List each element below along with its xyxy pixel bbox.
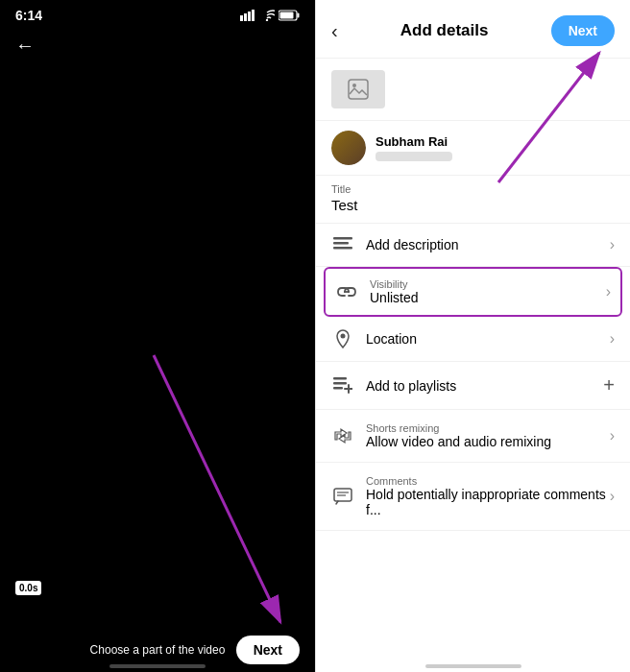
visibility-icon [335,285,358,299]
remixing-content: Shorts remixing Allow video and audio re… [366,422,610,449]
back-button-right[interactable]: ‹ [331,20,338,42]
location-label: Location [366,331,417,347]
remixing-chevron: › [610,427,615,444]
timeline-thumb: 0.0s [15,581,41,595]
time-display: 6:14 [15,8,42,23]
visibility-content: Visibility Unlisted [370,278,606,305]
visibility-sub-label: Visibility [370,278,606,290]
comment-icon [333,488,352,505]
svg-rect-12 [349,80,368,99]
title-section: Title Test [316,176,630,224]
status-icons [240,10,300,21]
svg-rect-20 [333,382,347,385]
svg-rect-1 [244,13,247,21]
svg-rect-0 [240,15,243,21]
next-button-right[interactable]: Next [551,15,615,46]
back-button-left[interactable]: ← [15,35,35,57]
menu-item-visibility[interactable]: Visibility Unlisted › [324,267,622,317]
location-content: Location [366,330,610,348]
svg-rect-2 [248,12,251,21]
menu-item-playlists[interactable]: Add to playlists + [316,362,630,410]
svg-rect-3 [252,10,254,21]
svg-rect-6 [298,13,300,18]
remixing-sub-label: Shorts remixing [366,422,610,434]
video-area [0,31,315,672]
remixing-icon [331,426,354,445]
pin-icon [335,329,351,348]
location-icon [331,329,354,348]
svg-point-18 [341,334,346,339]
comments-content: Comments Hold potentially inappropriate … [366,475,610,517]
svg-rect-15 [333,242,349,245]
playlists-plus-icon: + [603,374,615,396]
description-content: Add description [366,236,610,253]
svg-point-4 [266,19,268,21]
battery-icon [279,10,300,21]
visibility-value: Unlisted [370,290,606,305]
playlist-add-icon [333,377,352,395]
title-label: Title [331,183,615,195]
thumbnail-icon [331,70,385,108]
title-value: Test [331,197,615,213]
home-indicator-right [425,664,521,668]
playlists-label: Add to playlists [366,378,456,394]
image-icon [347,78,370,101]
comments-sub-label: Comments [366,475,610,487]
wifi-icon [259,10,275,21]
svg-rect-14 [333,237,352,240]
visibility-chevron: › [606,283,611,300]
status-bar: 6:14 [0,0,315,31]
page-title: Add details [400,21,489,40]
link-icon [337,285,356,299]
comments-chevron: › [610,488,615,505]
description-icon [331,237,354,252]
svg-rect-7 [280,12,294,19]
comments-icon [331,488,354,505]
description-chevron: › [610,236,615,253]
header: ‹ Add details Next [316,0,630,59]
user-handle-blur [376,152,452,161]
username: Subham Rai [376,134,615,149]
avatar [331,131,366,165]
remixing-value: Allow video and audio remixing [366,434,610,449]
avatar-image [331,131,366,165]
list-icon [333,237,352,252]
svg-point-13 [352,84,356,87]
description-label: Add description [366,237,459,252]
remix-icon [333,426,352,445]
playlists-icon [331,377,354,395]
thumbnail-section [316,59,630,120]
svg-rect-21 [333,387,343,390]
svg-rect-19 [333,377,347,380]
svg-rect-16 [333,247,352,250]
playlists-content: Add to playlists [366,377,603,395]
comments-value: Hold potentially inappropriate comments … [366,487,610,517]
menu-item-comments[interactable]: Comments Hold potentially inappropriate … [316,463,630,531]
left-panel: 6:14 ← 0.0s [0,0,315,672]
menu-item-remixing[interactable]: Shorts remixing Allow video and audio re… [316,410,630,463]
home-indicator-left [109,664,206,668]
user-info: Subham Rai [376,134,615,161]
user-row: Subham Rai [316,120,630,176]
right-panel: ‹ Add details Next Subham Rai [315,0,630,672]
location-chevron: › [610,330,615,348]
signal-icon [240,10,255,21]
menu-item-location[interactable]: Location › [316,317,630,362]
menu-item-description[interactable]: Add description › [316,224,630,267]
next-button-left[interactable]: Next [236,636,300,664]
bottom-instruction: Choose a part of the video [90,643,226,657]
